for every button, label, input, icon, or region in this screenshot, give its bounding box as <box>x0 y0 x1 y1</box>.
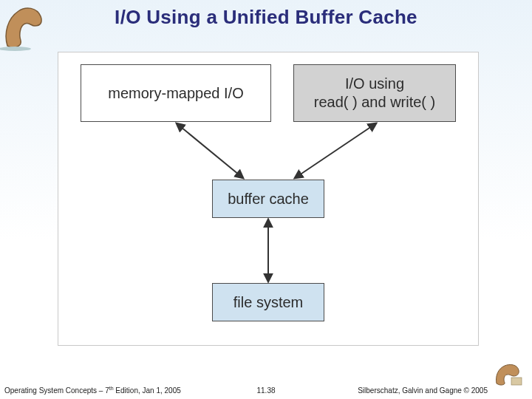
box-label: file system <box>233 293 303 312</box>
svg-line-1 <box>177 123 243 178</box>
svg-rect-4 <box>511 378 522 385</box>
box-label: I/O using read( ) and write( ) <box>314 75 436 112</box>
footer-right: Silberschatz, Galvin and Gagne © 2005 <box>358 386 488 395</box>
box-buffer-cache: buffer cache <box>212 180 324 218</box>
box-read-write-io: I/O using read( ) and write( ) <box>293 64 456 122</box>
dinosaur-logo-icon <box>494 360 526 386</box>
box-label: buffer cache <box>228 190 309 208</box>
diagram-area: memory-mapped I/O I/O using read( ) and … <box>58 52 479 346</box>
page-title: I/O Using a Unified Buffer Cache <box>0 6 532 29</box>
svg-line-2 <box>295 123 376 178</box>
svg-point-0 <box>0 47 31 51</box>
box-label: memory-mapped I/O <box>108 84 243 103</box>
box-file-system: file system <box>212 283 324 321</box>
box-memory-mapped-io: memory-mapped I/O <box>81 64 271 122</box>
